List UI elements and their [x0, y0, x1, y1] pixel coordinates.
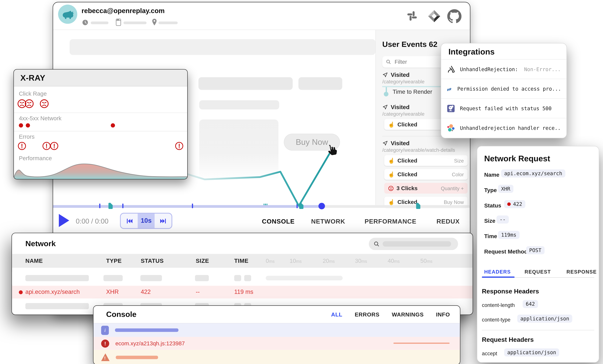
angry-face-icon[interactable]: [39, 99, 49, 109]
content-length-label: content-length: [482, 302, 515, 308]
error-trace-skeleton: [393, 343, 450, 344]
type-label: Type: [484, 187, 497, 193]
timeline-teal-marker[interactable]: [416, 203, 420, 209]
datadog-icon: [447, 104, 455, 113]
github-icon[interactable]: [447, 9, 461, 25]
event-visited[interactable]: Visited: [382, 140, 410, 146]
tick-0ms: 0ms: [266, 257, 275, 264]
size-label: Size: [484, 218, 495, 224]
tab-headers[interactable]: HEADERS: [484, 269, 511, 275]
error-icon[interactable]: [174, 141, 184, 151]
integration-row-waves[interactable]: Permission denied to access pro...: [441, 79, 567, 98]
event-card-clicked[interactable]: ☝Clicked Color: [384, 169, 468, 180]
timeline-teal-marker[interactable]: [299, 203, 303, 209]
console-row-info[interactable]: i: [93, 323, 460, 337]
col-status[interactable]: STATUS: [141, 257, 164, 264]
integration-row-datadog[interactable]: Request failed with status 500: [441, 98, 567, 118]
tab-request[interactable]: REQUEST: [525, 269, 551, 275]
error-icon[interactable]: [17, 141, 27, 151]
row-status: 422: [141, 288, 151, 296]
tab-console[interactable]: CONSOLE: [262, 218, 295, 225]
diamond-icon[interactable]: [427, 9, 441, 25]
click-rage-events: [17, 99, 49, 109]
skip-forward-icon: [159, 217, 167, 225]
timeline-playhead[interactable]: [318, 203, 325, 210]
timeline-event-tick[interactable]: [297, 204, 298, 208]
timeline-event-tick[interactable]: [99, 204, 100, 208]
tab-response[interactable]: RESPONSE: [567, 269, 597, 275]
tick-50ms: 50ms: [420, 257, 432, 264]
network-4xx5xx-label: 4xx-5xx Network: [19, 115, 61, 121]
tick-40ms: 40ms: [388, 257, 400, 264]
network-error-dot[interactable]: [111, 123, 115, 128]
angry-face-icon[interactable]: [24, 99, 34, 109]
event-visited[interactable]: Visited: [382, 71, 410, 78]
tab-warnings[interactable]: WARNINGS: [392, 311, 424, 318]
tab-errors[interactable]: ERRORS: [355, 311, 380, 318]
event-visited[interactable]: Visited: [382, 104, 410, 110]
col-name[interactable]: NAME: [25, 257, 43, 264]
avatar: [58, 5, 77, 24]
slack-icon[interactable]: [406, 10, 418, 23]
response-headers-title: Response Headers: [482, 288, 539, 295]
info-message-skeleton: [115, 329, 178, 332]
replay-text-skeleton: [198, 77, 293, 90]
search-icon: [386, 59, 391, 65]
tab-redux[interactable]: REDUX: [436, 218, 460, 225]
network-row-skeleton[interactable]: [12, 272, 473, 285]
row-name: api.ecom.xyz/search: [25, 288, 80, 296]
player-timeline-progress: [53, 205, 322, 208]
ttr-label: Time to Render: [393, 88, 432, 95]
event-card-rage-clicks[interactable]: 3 Clicks Quantity +: [384, 183, 468, 194]
col-type[interactable]: TYPE: [106, 257, 122, 264]
tab-performance[interactable]: PERFORMANCE: [365, 218, 417, 225]
tick-20ms: 20ms: [323, 257, 335, 264]
screenshot-stage: rebecca@openreplay.com: [0, 0, 603, 364]
error-badge: !: [101, 339, 109, 347]
row-type: XHR: [106, 288, 119, 296]
network-row-error[interactable]: api.ecom.xyz/search XHR 422 -- 119 ms: [12, 286, 473, 298]
error-icon[interactable]: [50, 141, 59, 151]
col-size[interactable]: SIZE: [196, 257, 209, 264]
ttr-tick: [386, 87, 387, 92]
skip-back-button[interactable]: [121, 214, 138, 228]
ttr-dot: [384, 92, 388, 97]
console-row-warning[interactable]: !: [93, 350, 460, 364]
integration-row-elastic[interactable]: Unhandledrejection handler rece..: [441, 118, 567, 138]
timeline-note-marker[interactable]: [263, 202, 267, 209]
status-value: 422: [504, 200, 525, 208]
network-request-title: Network Request: [484, 154, 550, 163]
session-user-email: rebecca@openreplay.com: [81, 7, 165, 15]
console-error-source: ecom.xyz/a213qh.js:123987: [116, 340, 185, 346]
timeline-event-tick[interactable]: [122, 204, 123, 208]
name-label: Name: [484, 172, 499, 178]
session-browser-skeleton: [123, 22, 147, 24]
xray-title: X-RAY: [14, 69, 187, 86]
click-hand-icon: ☝: [388, 158, 395, 163]
warning-message-skeleton: [116, 355, 158, 359]
skip-interval-button[interactable]: 10s: [138, 214, 154, 228]
network-request-panel: Network Request Name api.ecom.xyz/search…: [477, 146, 599, 363]
col-time[interactable]: TIME: [234, 257, 248, 264]
performance-area-chart: [14, 160, 187, 179]
network-error-dot[interactable]: [19, 123, 23, 128]
errors-label: Errors: [19, 133, 35, 140]
tab-info[interactable]: INFO: [436, 311, 450, 318]
network-search-input[interactable]: [369, 238, 458, 250]
integration-row-sentry[interactable]: UnhandledRejection: Non-Error...: [441, 59, 567, 79]
timeline-event-tick[interactable]: [192, 204, 193, 208]
console-row-error[interactable]: ! ecom.xyz/a213qh.js:123987: [93, 337, 460, 350]
timeline-teal-marker[interactable]: [108, 203, 113, 209]
replay-text-skeleton: [298, 77, 342, 90]
skip-forward-button[interactable]: [154, 214, 172, 228]
clock-icon: [82, 19, 89, 27]
name-value: api.ecom.xyz/search: [501, 169, 565, 177]
accept-value: application/json: [504, 348, 559, 356]
tab-all[interactable]: ALL: [331, 311, 342, 318]
search-skeleton: [383, 241, 451, 247]
click-hand-icon: ☝: [388, 199, 395, 205]
tab-network[interactable]: NETWORK: [311, 218, 345, 225]
play-button[interactable]: [59, 214, 69, 227]
event-card-clicked[interactable]: ☝Clicked Size: [384, 155, 468, 166]
network-error-dot[interactable]: [26, 123, 30, 128]
